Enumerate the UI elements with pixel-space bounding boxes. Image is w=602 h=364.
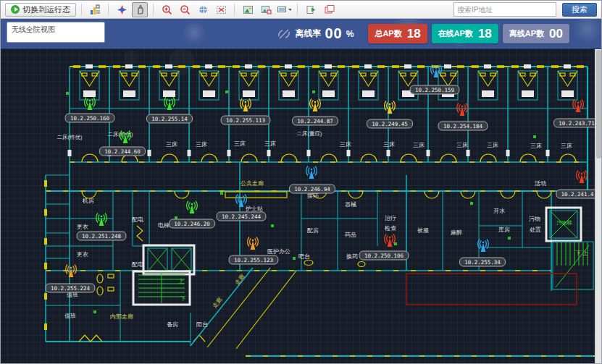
offline-rate-icon [277,27,291,41]
room-label: 被服 [417,227,429,234]
run-icon [11,5,20,14]
image-icon[interactable] [240,2,256,17]
room-labels-layer: 二床(特优)二床(特优)三床三床三床三床二床(重症)三床三床三床三床三床三床三床… [57,130,589,328]
ap-marker[interactable]: 10.2.254.184 [438,103,488,131]
room-label: 更衣 [77,224,88,230]
decorative-bubble [573,19,601,43]
ap-marker[interactable]: 10.2.244.87 [293,99,338,126]
toolbar-separator [153,4,154,15]
room-label: 三床 [456,142,468,148]
ap-ip-label: 10.2.246.20 [174,221,210,227]
decorative-bubble [182,20,206,45]
room-label: 内部走廊 [110,313,133,320]
wifi-ap-icon [248,237,259,250]
ap-ip-label: 10.2.243.71 [559,120,595,127]
pan-tool-icon[interactable] [132,2,148,17]
room-label: 库房 [498,227,510,233]
ap-ip-label: 10.2.246.94 [294,186,330,192]
room-label: 配房 [307,227,319,234]
ap-ip-label: 10.2.250.106 [364,253,404,259]
room-label: 污物 [529,216,540,222]
room-label: 三床 [340,141,351,148]
decorative-bokeh [246,60,263,77]
online-ap-value: 18 [478,27,492,41]
new-window-icon[interactable] [321,2,337,17]
room-label: 下 [180,295,186,302]
room-label: 备房 [167,321,178,328]
zoom-out-icon[interactable] [177,2,193,17]
wifi-ap-icon [385,101,396,114]
toolbar-separator [81,4,82,15]
offline-rate-label: 离线率 [295,27,321,40]
zoom-in-icon[interactable] [159,2,175,17]
wifi-ap-icon [478,240,489,253]
room-label: 配电 [132,216,143,223]
image-edit-icon[interactable] [258,2,274,17]
room-label: 阳台 [196,321,208,328]
room-label: 配电 [132,261,143,268]
room-label: 三床 [561,143,572,149]
ap-marker[interactable]: 10.2.249.45 [367,101,413,129]
room-label: 公共走廊 [241,180,264,187]
switch-mode-button[interactable]: 切换到运行态 [5,3,76,17]
wifi-ap-icon [96,213,107,227]
wifi-ap-icon [187,201,198,214]
room-label: 污物梯 [557,220,572,226]
zoom-extents-icon[interactable] [213,2,229,17]
switch-mode-label: 切换到运行态 [22,4,70,15]
export-icon[interactable] [303,2,319,17]
scrollbar-thumb[interactable] [596,50,601,158]
patient-room [267,64,309,162]
room-label: 三床 [487,142,498,148]
wifi-ap-icon [573,100,584,113]
ap-marker[interactable]: 10.2.255.224 [46,265,95,293]
vertical-scrollbar[interactable] [595,48,601,364]
floorplan-canvas[interactable]: 二床(特优)二床(特优)三床三床三床三床二床(重症)三床三床三床三床三床三床三床… [1,48,596,364]
room-label: 器械 [345,201,356,208]
ap-marker[interactable]: 10.2.255.34 [460,240,506,267]
patient-room-modules [68,64,588,162]
total-ap-badge: 总AP数 18 [368,24,427,43]
ap-marker[interactable]: 10.2.250.106 [359,234,409,261]
room-label: 三床 [166,141,177,148]
ap-marker[interactable]: 10.2.250.159 [410,65,459,95]
room-label: 护士站 [245,206,263,212]
room-label: 药品 [345,232,356,238]
room-label: 二床(特优) [57,134,83,140]
ap-marker[interactable]: 10.2.241.4 [556,171,596,199]
ap-marker[interactable]: 10.2.246.20 [170,201,215,229]
room-label: 更衣 [77,251,88,258]
room-label: 三床 [530,143,542,149]
zoom-world-icon[interactable] [195,2,211,17]
ap-ip-label: 10.2.255.34 [464,259,501,266]
header-band: 无线全院视图 离线率 00 % 总AP数 18 在线AP数 18 [1,19,601,49]
ap-ip-label: 10.2.255.224 [51,285,91,292]
ip-search-input[interactable] [453,2,556,17]
layers-dropdown-icon[interactable] [276,2,292,17]
view-selector[interactable]: 无线全院视图 [7,22,105,43]
room-label: 治疗 [385,215,396,221]
app-window: 切换到运行态 [0,0,602,364]
search-button[interactable]: 搜索 [562,3,597,17]
room-label: 下 上 [575,250,588,256]
ap-marker[interactable]: 10.2.243.71 [554,100,596,128]
ap-marker[interactable]: 10.2.255.14 [147,98,193,124]
room-label: 吧台 [298,253,310,260]
offline-rate-value: 00 [325,25,342,42]
wifi-ap-icon [164,98,175,111]
ap-marker[interactable]: 10.2.244.60 [100,131,146,156]
ap-ip-label: 10.2.250.160 [70,115,110,122]
compass-icon[interactable] [114,2,130,17]
room-label: 开水 [493,208,505,214]
room-label: 走廊 [234,273,246,286]
patient-room [227,64,269,162]
chart-icon[interactable] [87,2,103,17]
ap-ip-label: 10.2.249.45 [372,121,408,127]
ap-ip-label: 10.2.251.248 [82,233,122,240]
room-label: 值班 [64,313,76,319]
toolbar-separator [297,4,298,15]
ap-marker[interactable]: 10.2.250.160 [65,98,114,123]
room-label: 三床 [383,141,395,148]
offline-ap-badge: 离线AP数 00 [503,24,569,43]
ap-marker[interactable]: 10.2.246.94 [290,166,335,194]
